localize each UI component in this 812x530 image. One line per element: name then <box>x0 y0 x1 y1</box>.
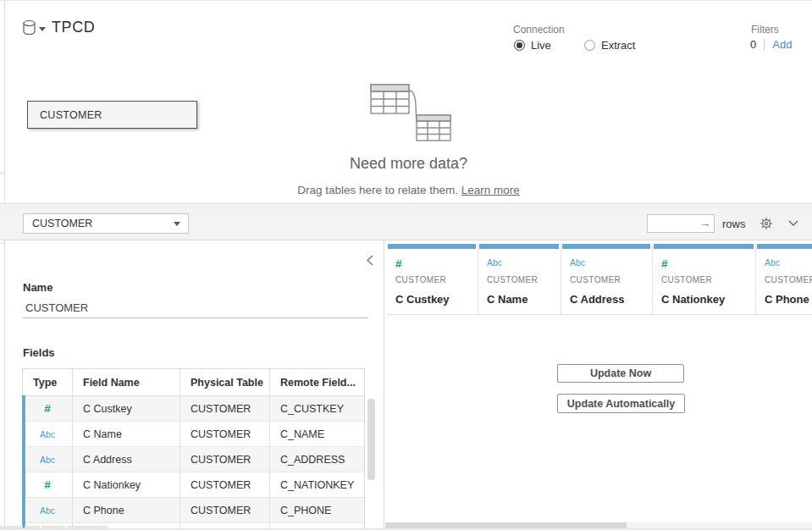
database-menu-caret-icon[interactable] <box>39 27 46 31</box>
col-header-remote-field[interactable]: Remote Field... <box>270 369 366 395</box>
grid-hscroll-thumb[interactable] <box>385 522 627 528</box>
fields-table-header: Type Field Name Physical Table Remote Fi… <box>23 369 364 396</box>
live-radio-option[interactable]: Live <box>514 39 551 52</box>
column-accent-bar <box>562 244 650 249</box>
learn-more-link[interactable]: Learn more <box>461 184 520 196</box>
collapse-pane-chevron-icon[interactable] <box>788 220 798 226</box>
relate-tables-illustration-icon <box>364 81 453 142</box>
physical-table-cell: CUSTOMER <box>180 396 270 421</box>
grid-column-header[interactable]: # CUSTOMER C Nationkey <box>653 244 756 315</box>
field-name-cell: C Phone <box>73 498 180 522</box>
grid-column-header[interactable]: Abc CUSTOMER C Phone <box>756 244 812 315</box>
field-name-cell: C Address <box>73 447 180 472</box>
sheet-tab-segment <box>41 526 65 530</box>
column-accent-bar <box>479 244 559 249</box>
edge-divider <box>0 243 4 244</box>
empty-state-hint-text: Drag tables here to relate them. <box>297 184 458 196</box>
field-row[interactable]: Abc C Address CUSTOMER C_ADDRESS <box>23 447 364 472</box>
number-type-icon: # <box>44 478 51 491</box>
column-table-name: CUSTOMER <box>661 275 712 284</box>
column-accent-bar <box>757 244 812 249</box>
col-header-type[interactable]: Type <box>23 369 73 395</box>
string-type-icon: Abc <box>765 257 780 268</box>
update-automatically-button[interactable]: Update Automatically <box>557 394 685 413</box>
grid-column-header[interactable]: # CUSTOMER C Custkey <box>387 244 478 315</box>
database-icon[interactable] <box>22 19 36 36</box>
filters-count: 0 <box>750 38 756 51</box>
column-field-name: C Address <box>570 293 625 306</box>
live-radio[interactable] <box>514 40 525 51</box>
string-type-icon: Abc <box>487 257 502 268</box>
string-type-icon: Abc <box>40 429 55 439</box>
field-row[interactable]: Abc C Name CUSTOMER C_NAME <box>23 422 364 447</box>
field-row[interactable]: # C Custkey CUSTOMER C_CUSTKEY <box>23 396 364 422</box>
grid-column-header[interactable]: Abc CUSTOMER C Address <box>561 244 653 315</box>
grid-header-row: # CUSTOMER C Custkey Abc CUSTOMER C Name… <box>387 244 812 315</box>
edge-divider <box>0 173 4 174</box>
table-select-value: CUSTOMER <box>32 218 92 229</box>
sheet-tab-segment <box>25 526 40 530</box>
remote-field-cell: C_PHONE <box>270 498 366 522</box>
column-accent-bar <box>388 244 476 249</box>
rows-input[interactable] <box>647 214 715 233</box>
filters-divider <box>764 39 765 51</box>
column-table-name: CUSTOMER <box>765 275 812 284</box>
name-input[interactable]: CUSTOMER <box>23 297 368 318</box>
column-table-name: CUSTOMER <box>395 275 446 284</box>
name-label: Name <box>23 281 52 294</box>
string-type-icon: Abc <box>40 505 55 516</box>
table-toolbar: CUSTOMER → rows <box>0 203 812 240</box>
col-header-field-name[interactable]: Field Name <box>73 369 180 395</box>
remote-field-cell: C_ADDRESS <box>270 447 366 472</box>
sheet-tab-segment <box>0 526 23 530</box>
remote-field-cell: C_CUSTKEY <box>270 396 366 421</box>
grid-column-header[interactable]: Abc CUSTOMER C Name <box>478 244 561 315</box>
chevron-down-icon <box>174 222 180 226</box>
collapse-panel-icon[interactable] <box>367 255 373 266</box>
extract-radio[interactable] <box>584 40 595 51</box>
empty-state-title: Need more data? <box>5 155 812 173</box>
field-row[interactable]: Abc C Phone CUSTOMER C_PHONE <box>23 498 364 523</box>
filters-row: 0 Add <box>750 38 792 51</box>
grid-hscroll-track[interactable] <box>627 522 812 528</box>
sheet-tab-segment <box>67 526 108 530</box>
fields-table-scrollbar[interactable] <box>367 399 375 480</box>
column-accent-bar <box>654 244 754 249</box>
gear-icon[interactable] <box>760 217 773 230</box>
datasource-title: TPCD <box>52 19 95 36</box>
column-field-name: C Custkey <box>395 293 450 306</box>
column-field-name: C Nationkey <box>661 293 725 306</box>
extract-radio-option[interactable]: Extract <box>584 39 635 52</box>
extract-radio-label: Extract <box>601 39 635 52</box>
physical-table-cell: CUSTOMER <box>180 498 270 522</box>
customer-table-node-label: CUSTOMER <box>40 109 102 121</box>
table-details-panel: Name CUSTOMER Fields Type Field Name Phy… <box>5 241 384 530</box>
remote-field-cell: C_NATIONKEY <box>270 472 366 497</box>
field-name-cell: C Custkey <box>73 396 180 421</box>
data-source-page: TPCD Connection Live Extract Filters 0 A… <box>0 0 812 530</box>
customer-table-node[interactable]: CUSTOMER <box>27 101 197 129</box>
live-radio-label: Live <box>531 39 551 52</box>
fields-table: Type Field Name Physical Table Remote Fi… <box>22 368 365 530</box>
add-filter-link[interactable]: Add <box>772 38 792 51</box>
field-name-cell: C Nationkey <box>73 472 180 497</box>
column-table-name: CUSTOMER <box>487 275 538 284</box>
number-type-icon: # <box>395 257 402 270</box>
table-select-dropdown[interactable]: CUSTOMER <box>23 213 189 234</box>
number-type-icon: # <box>44 402 51 415</box>
physical-table-cell: CUSTOMER <box>180 422 270 446</box>
col-header-physical-table[interactable]: Physical Table <box>180 369 270 395</box>
field-name-cell: C Name <box>73 422 180 446</box>
rows-label: rows <box>722 218 745 230</box>
fields-label: Fields <box>23 346 55 359</box>
physical-table-cell: CUSTOMER <box>180 472 270 497</box>
filters-label: Filters <box>751 24 779 36</box>
column-field-name: C Phone <box>765 293 809 306</box>
number-type-icon: # <box>661 257 668 270</box>
update-now-button[interactable]: Update Now <box>557 364 684 383</box>
field-row[interactable]: # C Nationkey CUSTOMER C_NATIONKEY <box>23 472 364 498</box>
connection-label: Connection <box>513 24 565 36</box>
string-type-icon: Abc <box>40 455 55 465</box>
string-type-icon: Abc <box>570 257 585 268</box>
column-field-name: C Name <box>487 293 528 306</box>
